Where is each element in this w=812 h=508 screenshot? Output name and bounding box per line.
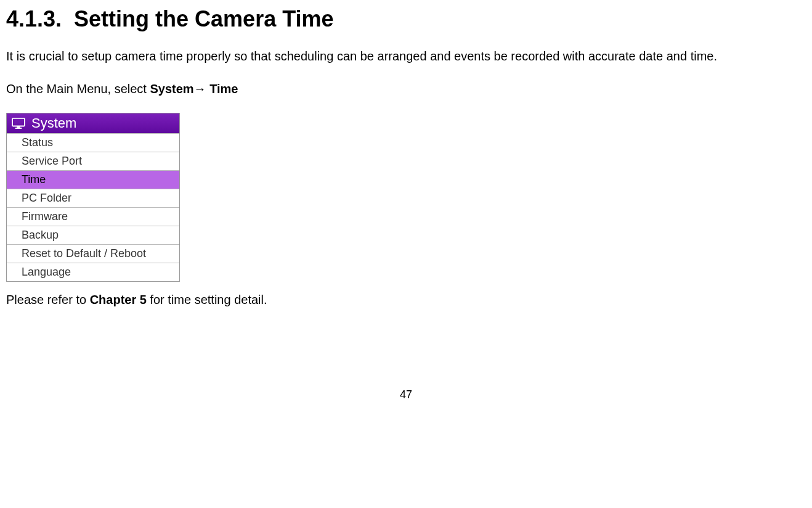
system-menu: System Status Service Port Time PC Folde… [6, 113, 180, 282]
menu-item-language[interactable]: Language [7, 263, 179, 281]
page-number: 47 [6, 388, 806, 401]
footer-paragraph: Please refer to Chapter 5 for time setti… [6, 291, 806, 308]
instruction-arrow: → [194, 82, 206, 96]
menu-header-label: System [31, 115, 76, 131]
instruction-time: Time [206, 82, 238, 96]
footer-chapter: Chapter 5 [90, 293, 147, 306]
section-number: 4.1.3. [6, 6, 62, 32]
menu-item-time[interactable]: Time [7, 170, 179, 189]
svg-rect-0 [12, 118, 25, 126]
footer-prefix: Please refer to [6, 293, 90, 306]
menu-item-service-port[interactable]: Service Port [7, 152, 179, 170]
svg-rect-1 [17, 126, 20, 128]
menu-item-reset[interactable]: Reset to Default / Reboot [7, 244, 179, 263]
intro-paragraph: It is crucial to setup camera time prope… [6, 47, 806, 65]
section-heading: 4.1.3.Setting the Camera Time [6, 6, 806, 32]
instruction-system: System [150, 82, 193, 96]
monitor-icon [12, 118, 25, 129]
svg-rect-2 [15, 128, 22, 129]
instruction-paragraph: On the Main Menu, select System→ Time [6, 80, 806, 97]
menu-item-status[interactable]: Status [7, 133, 179, 152]
menu-item-backup[interactable]: Backup [7, 226, 179, 244]
section-title: Setting the Camera Time [74, 6, 333, 31]
menu-item-pc-folder[interactable]: PC Folder [7, 189, 179, 207]
footer-suffix: for time setting detail. [147, 293, 267, 306]
menu-item-firmware[interactable]: Firmware [7, 207, 179, 226]
menu-header[interactable]: System [7, 113, 179, 133]
instruction-prefix: On the Main Menu, select [6, 82, 150, 96]
